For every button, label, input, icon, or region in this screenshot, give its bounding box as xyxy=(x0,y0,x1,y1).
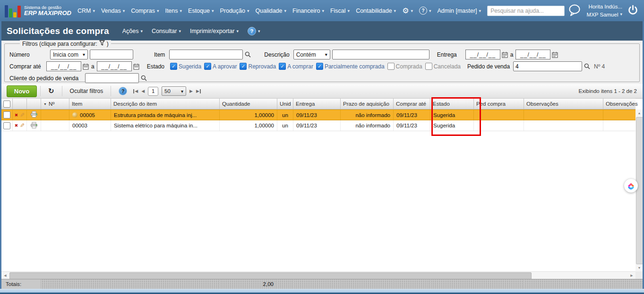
print-icon[interactable] xyxy=(30,111,38,119)
entrega-date-to[interactable]: __/__/__ xyxy=(515,50,550,59)
funnel-icon[interactable] xyxy=(99,40,105,47)
numero-operator-select[interactable]: Inicia com xyxy=(50,50,88,59)
checkbox-sugerida-label[interactable]: Sugerida xyxy=(179,63,201,70)
checkbox-cancelada-label[interactable]: Cancelada xyxy=(434,63,461,70)
comprar-ate-date-from[interactable]: __/__/__ xyxy=(46,61,81,71)
clickup-widget-button[interactable] xyxy=(624,179,638,193)
table-row[interactable]: ✖ ✎ 00005 Estrutura pintada de máquina i… xyxy=(1,109,635,120)
ocultar-filtros-button[interactable]: Ocultar filtros xyxy=(66,86,108,97)
cell-item: 00003 xyxy=(69,120,111,131)
checkbox-a-aprovar[interactable] xyxy=(204,63,211,70)
row-checkbox[interactable] xyxy=(3,111,10,118)
select-all-checkbox[interactable] xyxy=(3,101,10,108)
numero-input[interactable] xyxy=(90,50,133,59)
calendar-icon[interactable] xyxy=(502,51,508,58)
print-icon[interactable] xyxy=(30,122,38,130)
header-estado[interactable]: Estado xyxy=(430,99,474,109)
menu-producao[interactable]: Produção xyxy=(220,8,249,14)
scroll-up-button[interactable]: ▲ xyxy=(635,109,643,117)
checkbox-parcialmente-comprada[interactable] xyxy=(316,63,323,70)
search-icon[interactable] xyxy=(584,63,590,69)
help-menu[interactable]: ? xyxy=(419,7,431,15)
header-item[interactable]: Item xyxy=(69,99,111,109)
header-ped-compra[interactable]: Ped compra xyxy=(474,99,524,109)
novo-button[interactable]: Novo xyxy=(7,85,37,97)
pedido-venda-input[interactable] xyxy=(513,61,582,71)
edit-pencil-icon[interactable]: ✎ xyxy=(20,122,25,129)
header-entrega[interactable]: Entrega xyxy=(293,99,341,109)
menu-fiscal[interactable]: Fiscal xyxy=(330,8,350,14)
brand-logo[interactable]: Sistema de gestão ERP MAXIPROD xyxy=(5,4,71,17)
vertical-scrollbar-thumb[interactable] xyxy=(636,117,643,264)
admin-menu[interactable]: Admin [master] xyxy=(438,8,481,14)
search-icon[interactable] xyxy=(245,51,251,58)
vertical-scrollbar[interactable]: ▲ ▼ xyxy=(635,109,643,271)
filters-legend[interactable]: Filtros (clique para configurar: ) xyxy=(20,40,111,47)
header-observacoes-2[interactable]: Observações xyxy=(603,99,641,109)
scroll-down-button[interactable]: ▼ xyxy=(635,264,643,271)
grid-help-button[interactable]: ? xyxy=(114,86,131,97)
delete-icon[interactable]: ✖ xyxy=(15,113,18,118)
edit-pencil-icon[interactable]: ✎ xyxy=(20,112,25,118)
page-size-select[interactable]: 50 xyxy=(162,86,186,96)
last-page-button[interactable]: ▶ xyxy=(196,89,201,93)
item-input[interactable] xyxy=(169,50,243,59)
power-icon[interactable] xyxy=(627,5,638,17)
menu-contabilidade[interactable]: Contabilidade xyxy=(356,8,396,14)
search-icon[interactable] xyxy=(141,75,147,81)
descricao-input[interactable] xyxy=(332,50,429,59)
scroll-right-button[interactable]: ▶ xyxy=(628,272,635,279)
checkbox-a-comprar-label[interactable]: A comprar xyxy=(287,63,313,70)
prev-page-button[interactable]: ◀ xyxy=(141,89,145,93)
cliente-pedido-input[interactable] xyxy=(85,73,139,83)
help-search-input[interactable] xyxy=(487,6,565,16)
comprar-ate-date-to[interactable]: __/__/__ xyxy=(97,61,132,71)
descricao-operator-select[interactable]: Contém xyxy=(293,50,330,59)
checkbox-cancelada[interactable] xyxy=(425,63,432,70)
settings-menu[interactable]: ⚙ xyxy=(402,7,413,15)
totals-label: Totais: xyxy=(1,279,41,289)
checkbox-parcialmente-comprada-label[interactable]: Parcialmente comprada xyxy=(325,63,385,70)
user-menu[interactable]: Horita Indús... MXP Samuel xyxy=(587,3,622,18)
menu-acoes[interactable]: Ações xyxy=(122,28,143,34)
horizontal-scrollbar-thumb[interactable] xyxy=(9,272,532,279)
calendar-icon[interactable] xyxy=(133,63,139,70)
current-page-box[interactable]: 1 xyxy=(148,87,158,96)
next-page-button[interactable]: ▶ xyxy=(189,89,193,93)
menu-vendas[interactable]: Vendas xyxy=(101,8,125,14)
horizontal-scrollbar[interactable]: ◀ ▶ xyxy=(1,271,635,279)
calendar-icon[interactable] xyxy=(552,51,558,58)
table-row[interactable]: ✖ ✎ 00003 Sistema elétrico para máquina … xyxy=(1,120,635,131)
header-prazo[interactable]: Prazo de aquisição xyxy=(341,99,394,109)
header-no[interactable]: ▼Nº xyxy=(41,99,69,109)
checkbox-sugerida[interactable] xyxy=(170,63,177,70)
header-descricao[interactable]: Descrição do item xyxy=(111,99,220,109)
page-help-button[interactable]: ? xyxy=(248,27,260,35)
menu-crm[interactable]: CRM xyxy=(77,8,95,14)
menu-estoque[interactable]: Estoque xyxy=(188,8,214,14)
menu-consultar[interactable]: Consultar xyxy=(152,28,181,34)
refresh-button[interactable]: ↻ xyxy=(44,86,59,97)
header-unid[interactable]: Unid xyxy=(277,99,293,109)
checkbox-reprovada[interactable] xyxy=(240,63,247,70)
entrega-date-from[interactable]: __/__/__ xyxy=(465,50,500,59)
checkbox-a-comprar[interactable] xyxy=(279,63,286,70)
delete-icon[interactable]: ✖ xyxy=(15,123,18,128)
menu-financeiro[interactable]: Financeiro xyxy=(292,8,324,14)
header-observacoes[interactable]: Observações xyxy=(524,99,603,109)
checkbox-a-aprovar-label[interactable]: A aprovar xyxy=(213,63,237,70)
calendar-icon[interactable] xyxy=(83,63,89,70)
menu-imprimir-exportar[interactable]: Imprimir/exportar xyxy=(190,28,239,34)
checkbox-comprada[interactable] xyxy=(387,63,395,70)
scroll-left-button[interactable]: ◀ xyxy=(1,272,9,279)
header-comprar-ate[interactable]: Comprar até xyxy=(394,99,430,109)
menu-compras[interactable]: Compras xyxy=(131,8,159,14)
checkbox-comprada-label[interactable]: Comprada xyxy=(396,63,422,70)
row-checkbox[interactable] xyxy=(3,122,10,129)
chat-icon[interactable] xyxy=(567,4,582,18)
checkbox-reprovada-label[interactable]: Reprovada xyxy=(248,63,276,70)
menu-qualidade[interactable]: Qualidade xyxy=(256,8,287,14)
header-quantidade[interactable]: Quantidade xyxy=(220,99,277,109)
first-page-button[interactable]: ◀ xyxy=(133,89,138,93)
menu-itens[interactable]: Itens xyxy=(165,8,182,14)
